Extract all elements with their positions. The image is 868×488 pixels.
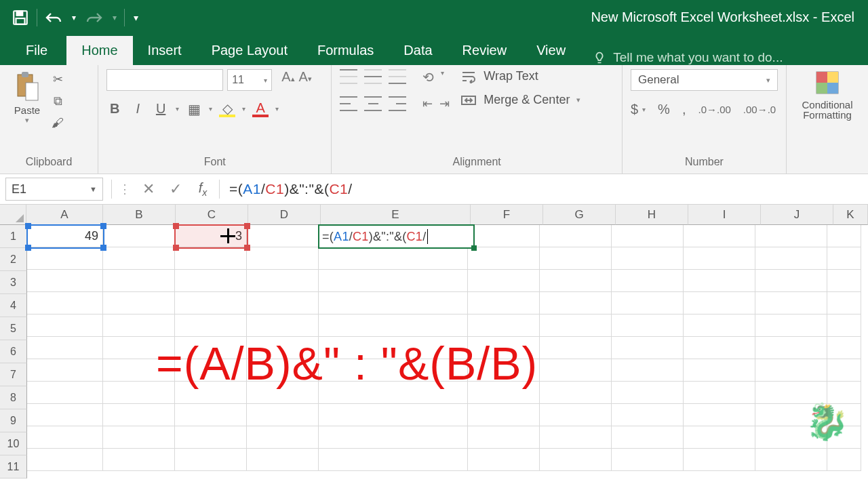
percent-icon[interactable]: % — [658, 102, 670, 117]
row-header[interactable]: 5 — [0, 317, 27, 340]
comma-icon[interactable]: , — [682, 102, 686, 117]
name-box[interactable]: E1▼ — [5, 178, 103, 201]
cell[interactable] — [827, 449, 861, 471]
cell[interactable] — [612, 449, 684, 471]
align-bottom-icon[interactable] — [389, 69, 406, 84]
cell[interactable] — [755, 270, 827, 292]
cell[interactable] — [175, 247, 247, 270]
select-all-button[interactable] — [0, 205, 26, 225]
column-header[interactable]: A — [26, 205, 103, 225]
active-cell-editor[interactable]: =(A1/C1)&":"&(C1/ — [318, 224, 475, 249]
cell[interactable] — [319, 426, 468, 449]
cell[interactable] — [612, 382, 684, 404]
cell[interactable] — [175, 314, 247, 337]
conditional-formatting-button[interactable]: Conditional Formatting — [795, 69, 860, 121]
column-header[interactable]: G — [543, 205, 616, 225]
cell[interactable] — [612, 292, 684, 314]
row-header[interactable]: 3 — [0, 271, 27, 294]
cell[interactable] — [612, 225, 684, 247]
cell[interactable] — [612, 359, 684, 382]
cell[interactable] — [827, 314, 861, 337]
row-header[interactable]: 8 — [0, 386, 27, 409]
increase-indent-icon[interactable]: ⇥ — [439, 96, 450, 111]
cell[interactable] — [103, 225, 175, 247]
column-header[interactable]: C — [176, 205, 248, 225]
tab-data[interactable]: Data — [389, 36, 447, 65]
row-header[interactable]: 10 — [0, 432, 27, 455]
align-right-icon[interactable] — [389, 96, 406, 111]
align-middle-icon[interactable] — [364, 69, 382, 84]
column-header[interactable]: F — [471, 205, 543, 225]
increase-font-icon[interactable]: A▴ — [281, 69, 294, 91]
tab-insert[interactable]: Insert — [133, 36, 197, 65]
cell[interactable] — [175, 426, 247, 449]
cell[interactable] — [175, 404, 247, 426]
cell[interactable] — [103, 314, 175, 337]
tab-file[interactable]: File — [7, 36, 66, 65]
cell[interactable] — [540, 314, 612, 337]
cell[interactable] — [684, 382, 755, 404]
cell[interactable] — [27, 314, 103, 337]
cell[interactable] — [684, 314, 755, 337]
row-header[interactable]: 9 — [0, 409, 27, 432]
cell[interactable] — [247, 292, 319, 314]
tell-me-search[interactable]: Tell me what you want to do... — [593, 50, 783, 65]
cell[interactable] — [103, 247, 175, 270]
fill-color-icon[interactable]: ◇ — [219, 100, 235, 117]
cell[interactable] — [103, 404, 175, 426]
row-header[interactable]: 7 — [0, 363, 27, 386]
cell[interactable] — [540, 337, 612, 359]
currency-icon[interactable]: $ — [631, 102, 638, 117]
tab-home[interactable]: Home — [66, 36, 132, 65]
column-header[interactable]: K — [833, 205, 868, 225]
merge-center-button[interactable]: Merge & Center ▾ — [460, 93, 580, 107]
decrease-indent-icon[interactable]: ⇤ — [422, 96, 433, 111]
cell[interactable] — [540, 359, 612, 382]
tab-view[interactable]: View — [521, 36, 580, 65]
cell[interactable] — [27, 247, 103, 270]
cell[interactable] — [540, 404, 612, 426]
expand-handle-icon[interactable]: ⋮ — [115, 182, 135, 197]
cell[interactable] — [27, 382, 103, 404]
decrease-decimal-icon[interactable]: .00→.0 — [743, 104, 776, 115]
undo-dropdown-icon[interactable]: ▾ — [67, 4, 81, 31]
cell[interactable] — [27, 359, 103, 382]
underline-button[interactable]: U — [153, 101, 169, 117]
cell[interactable] — [468, 314, 540, 337]
cell[interactable] — [247, 314, 319, 337]
qat-customize-icon[interactable]: ▾ — [127, 4, 144, 31]
row-header[interactable]: 1 — [0, 225, 27, 248]
font-name-dropdown[interactable] — [106, 69, 223, 91]
cell[interactable] — [684, 247, 755, 270]
font-size-dropdown[interactable]: 11▾ — [227, 69, 272, 91]
cell[interactable]: 3 — [175, 225, 247, 247]
cell[interactable] — [319, 314, 468, 337]
cell[interactable] — [27, 449, 103, 471]
cell[interactable] — [247, 270, 319, 292]
cell[interactable] — [755, 292, 827, 314]
copy-icon[interactable]: ⧉ — [49, 92, 66, 110]
paste-button[interactable]: Paste ▾ — [8, 69, 46, 125]
cell[interactable] — [540, 382, 612, 404]
cell[interactable] — [755, 449, 827, 471]
cell[interactable] — [755, 359, 827, 382]
column-header[interactable]: E — [321, 205, 471, 225]
cell[interactable] — [755, 337, 827, 359]
cell[interactable] — [103, 292, 175, 314]
cell[interactable] — [319, 247, 468, 270]
cell[interactable] — [540, 426, 612, 449]
cell[interactable] — [103, 449, 175, 471]
cell[interactable] — [612, 337, 684, 359]
cell[interactable] — [612, 247, 684, 270]
row-header[interactable]: 6 — [0, 340, 27, 363]
cell[interactable] — [247, 449, 319, 471]
spreadsheet-grid[interactable]: ABCDEFGHIJK 1234567891011 493=(A1/C1)&":… — [0, 205, 868, 479]
save-icon[interactable] — [7, 4, 34, 31]
cell[interactable] — [319, 404, 468, 426]
increase-decimal-icon[interactable]: .0→.00 — [698, 104, 730, 115]
cell[interactable] — [247, 426, 319, 449]
cell[interactable] — [468, 270, 540, 292]
cell[interactable] — [247, 225, 319, 247]
undo-icon[interactable] — [40, 4, 67, 31]
cell[interactable] — [468, 449, 540, 471]
